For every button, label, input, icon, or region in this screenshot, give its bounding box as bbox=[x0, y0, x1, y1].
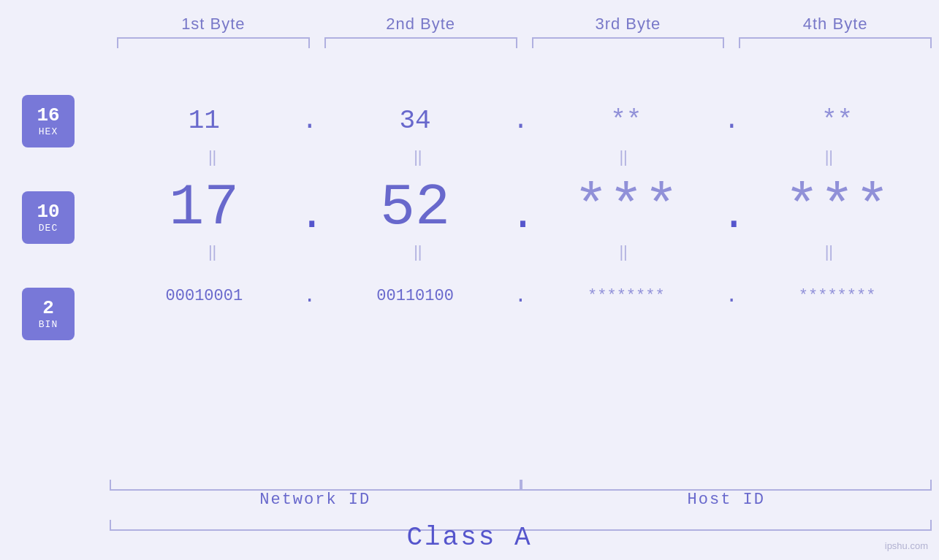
network-id-label: Network ID bbox=[110, 491, 521, 509]
hex-byte1: 11 bbox=[110, 106, 299, 136]
byte4-header: 4th Byte bbox=[731, 15, 939, 34]
dec-byte4: *** bbox=[742, 179, 932, 237]
dec-byte1: 17 bbox=[110, 179, 299, 237]
dot2-bin: . bbox=[510, 285, 532, 307]
dec-byte3: *** bbox=[532, 179, 721, 237]
network-bracket bbox=[110, 480, 521, 491]
bracket-byte1 bbox=[117, 37, 310, 48]
bracket-byte3 bbox=[532, 37, 725, 48]
dot3-bin: . bbox=[721, 285, 742, 307]
dot1-dec: . bbox=[299, 179, 321, 237]
eq1-b1: || bbox=[110, 147, 315, 166]
bin-byte2: 00110100 bbox=[321, 287, 510, 305]
byte2-header: 2nd Byte bbox=[317, 15, 525, 34]
dec-byte2: 52 bbox=[321, 179, 510, 237]
main-grid: 11 . 34 . ** . ** || || || || 17 bbox=[110, 73, 932, 516]
dot1-bin: . bbox=[299, 285, 321, 307]
dot1-hex: . bbox=[299, 106, 321, 136]
byte1-header: 1st Byte bbox=[110, 15, 317, 34]
hex-badge: 16 HEX bbox=[22, 95, 75, 147]
eq2-b3: || bbox=[521, 242, 726, 261]
bottom-labels: Network ID Host ID bbox=[110, 491, 932, 509]
bracket-byte2 bbox=[324, 37, 517, 48]
bin-byte1: 00010001 bbox=[110, 287, 299, 305]
eq1-b4: || bbox=[726, 147, 932, 166]
byte3-header: 3rd Byte bbox=[525, 15, 732, 34]
equals-row-2: || || || || bbox=[110, 241, 932, 263]
header-brackets bbox=[0, 37, 939, 52]
hex-row: 11 . 34 . ** . ** bbox=[110, 95, 932, 146]
hex-byte3: ** bbox=[532, 106, 721, 136]
bin-byte4: ******** bbox=[742, 287, 932, 305]
bin-row: 00010001 . 00110100 . ******** . *******… bbox=[110, 270, 932, 321]
bin-byte3: ******** bbox=[532, 287, 721, 305]
hex-byte4: ** bbox=[742, 106, 932, 136]
dec-badge: 10 DEC bbox=[22, 191, 75, 244]
eq2-b1: || bbox=[110, 242, 315, 261]
host-id-label: Host ID bbox=[521, 491, 932, 509]
dot2-hex: . bbox=[510, 106, 532, 136]
bin-badge: 2 BIN bbox=[22, 288, 75, 340]
byte-headers: 1st Byte 2nd Byte 3rd Byte 4th Byte bbox=[0, 15, 939, 34]
eq2-b4: || bbox=[726, 242, 932, 261]
watermark: ipshu.com bbox=[885, 540, 928, 551]
eq1-b3: || bbox=[521, 147, 726, 166]
bottom-brackets bbox=[110, 480, 932, 491]
eq1-b2: || bbox=[315, 147, 520, 166]
dot2-dec: . bbox=[510, 179, 532, 237]
equals-row-1: || || || || bbox=[110, 146, 932, 168]
main-container: 1st Byte 2nd Byte 3rd Byte 4th Byte 16 H… bbox=[0, 0, 939, 560]
dec-row: 17 . 52 . *** . *** bbox=[110, 175, 932, 241]
eq2-b2: || bbox=[315, 242, 520, 261]
badges-column: 16 HEX 10 DEC 2 BIN bbox=[22, 95, 75, 340]
hex-byte2: 34 bbox=[321, 106, 510, 136]
dot3-hex: . bbox=[721, 106, 742, 136]
host-bracket bbox=[521, 480, 932, 491]
bracket-byte4 bbox=[739, 37, 932, 48]
dot3-dec: . bbox=[721, 179, 742, 237]
class-label: Class A bbox=[0, 523, 939, 553]
